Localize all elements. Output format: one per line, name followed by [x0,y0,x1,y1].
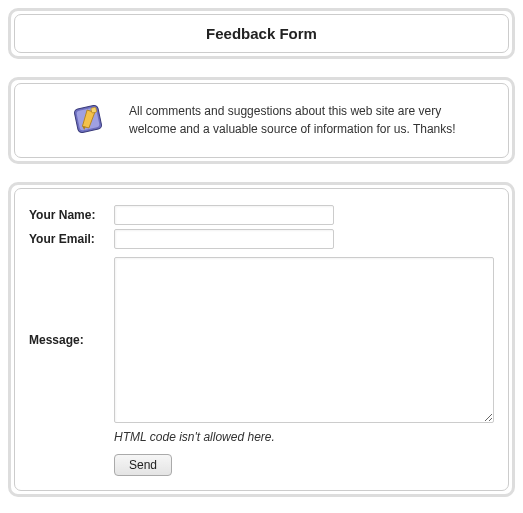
feedback-note-icon [69,100,107,141]
intro-panel: All comments and suggestions about this … [8,77,515,164]
page-title: Feedback Form [14,14,509,53]
email-input[interactable] [114,229,334,249]
message-label: Message: [25,251,110,428]
message-hint: HTML code isn't allowed here. [110,428,498,446]
message-input[interactable] [114,257,494,423]
name-input[interactable] [114,205,334,225]
send-button[interactable]: Send [114,454,172,476]
name-label: Your Name: [25,203,110,227]
svg-rect-2 [91,107,97,113]
title-panel: Feedback Form [8,8,515,59]
email-label: Your Email: [25,227,110,251]
form-panel: Your Name: Your Email: Message: HTML c [8,182,515,497]
intro-text: All comments and suggestions about this … [129,103,489,138]
